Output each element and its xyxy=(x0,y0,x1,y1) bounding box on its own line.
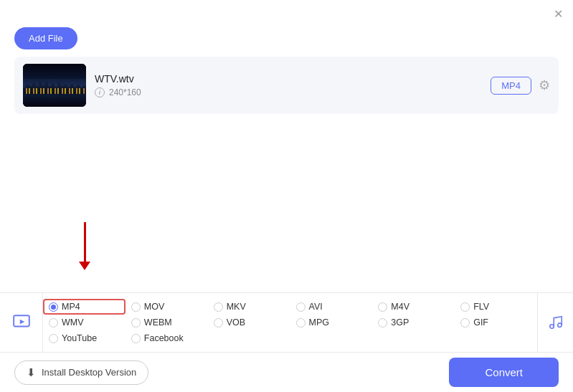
format-option-mpg[interactable]: MPG xyxy=(290,315,373,330)
arrow-annotation xyxy=(79,222,90,270)
radio-mp4 xyxy=(49,302,58,312)
format-option-m4v[interactable]: M4V xyxy=(372,299,455,315)
radio-3gp xyxy=(378,318,387,328)
format-option-vob[interactable]: VOB xyxy=(208,315,290,330)
svg-point-2 xyxy=(549,325,554,329)
radio-mkv xyxy=(214,302,223,312)
video-format-icon[interactable] xyxy=(0,293,43,352)
format-label-youtube: YouTube xyxy=(62,333,97,343)
format-label-mkv: MKV xyxy=(227,302,246,312)
arrow-shaft xyxy=(84,222,86,262)
radio-youtube xyxy=(49,334,58,343)
radio-vob xyxy=(214,318,223,328)
file-meta: i 240*160 xyxy=(95,87,482,97)
format-label-mov: MOV xyxy=(144,302,164,312)
format-label-vob: VOB xyxy=(227,317,245,328)
thumbnail-image xyxy=(23,64,86,107)
title-bar: ✕ xyxy=(0,0,573,24)
format-label-facebook: Facebook xyxy=(144,333,184,343)
bottom-bar: ⬇ Install Desktop Version Convert xyxy=(0,353,573,392)
format-label-avi: AVI xyxy=(309,302,323,312)
radio-flv xyxy=(460,302,470,312)
install-desktop-button[interactable]: ⬇ Install Desktop Version xyxy=(14,360,148,385)
format-label-m4v: M4V xyxy=(391,302,409,312)
radio-facebook xyxy=(131,334,141,343)
radio-webm xyxy=(131,318,141,328)
format-option-mov[interactable]: MOV xyxy=(126,299,208,315)
audio-format-icon[interactable] xyxy=(537,293,573,352)
convert-button[interactable]: Convert xyxy=(449,358,559,387)
close-button[interactable]: ✕ xyxy=(551,7,564,20)
radio-wmv xyxy=(49,318,58,328)
format-option-wmv[interactable]: WMV xyxy=(43,315,126,330)
settings-icon[interactable]: ⚙ xyxy=(539,77,550,93)
radio-avi xyxy=(296,302,306,312)
radio-mpg xyxy=(296,318,306,328)
arrow-head xyxy=(79,262,90,270)
format-option-facebook[interactable]: Facebook xyxy=(126,330,208,346)
file-dimensions: 240*160 xyxy=(109,87,141,97)
format-label-webm: WEBM xyxy=(144,317,172,328)
download-icon: ⬇ xyxy=(27,366,36,379)
format-badge-button[interactable]: MP4 xyxy=(491,77,531,95)
format-option-avi[interactable]: AVI xyxy=(290,299,373,315)
format-option-flv[interactable]: FLV xyxy=(455,299,537,315)
format-option-youtube[interactable]: YouTube xyxy=(43,330,126,346)
format-label-gif: GIF xyxy=(473,317,488,328)
format-label-wmv: WMV xyxy=(62,317,84,328)
install-label: Install Desktop Version xyxy=(42,367,136,378)
format-options-grid: MP4 MOV MKV AVI M4V FLV WMV WEBM xyxy=(43,293,537,352)
file-item: WTV.wtv i 240*160 MP4 ⚙ xyxy=(14,57,559,114)
format-option-webm[interactable]: WEBM xyxy=(126,315,208,330)
format-option-gif[interactable]: GIF xyxy=(455,315,537,330)
svg-point-3 xyxy=(557,323,562,328)
format-label-mpg: MPG xyxy=(309,317,329,328)
radio-mov xyxy=(131,302,141,312)
format-label-mp4: MP4 xyxy=(62,302,80,312)
format-label-flv: FLV xyxy=(473,302,489,312)
format-label-3gp: 3GP xyxy=(391,317,409,328)
format-option-mp4[interactable]: MP4 xyxy=(43,299,126,315)
add-file-button[interactable]: Add File xyxy=(14,27,77,49)
file-thumbnail xyxy=(23,64,86,107)
info-icon: i xyxy=(95,87,105,97)
file-info: WTV.wtv i 240*160 xyxy=(95,73,482,97)
radio-gif xyxy=(460,318,470,328)
file-name: WTV.wtv xyxy=(95,73,482,85)
format-selector: MP4 MOV MKV AVI M4V FLV WMV WEBM xyxy=(0,292,573,353)
file-list: WTV.wtv i 240*160 MP4 ⚙ xyxy=(0,57,573,114)
format-option-3gp[interactable]: 3GP xyxy=(372,315,455,330)
toolbar: Add File xyxy=(0,24,573,57)
radio-m4v xyxy=(378,302,387,312)
file-actions: MP4 ⚙ xyxy=(491,77,550,95)
svg-marker-1 xyxy=(19,320,24,325)
format-option-mkv[interactable]: MKV xyxy=(208,299,290,315)
